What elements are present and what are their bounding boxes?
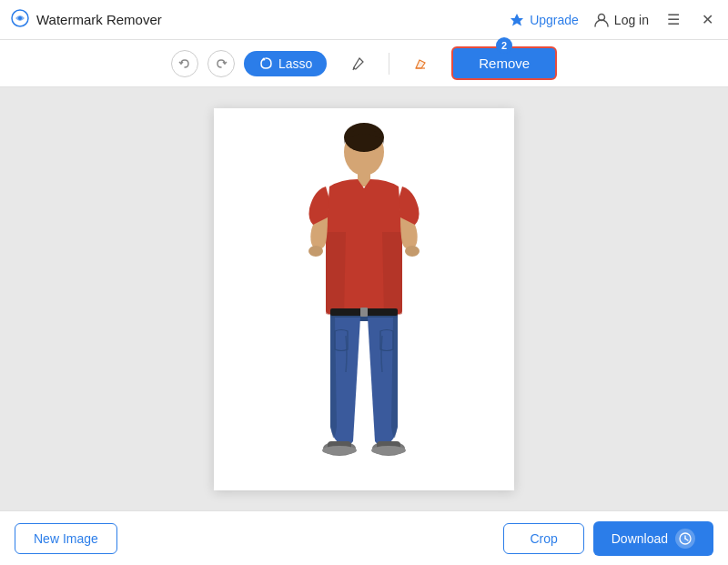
undo-button[interactable] (171, 50, 198, 77)
title-right: Upgrade Log in ☰ ✕ (509, 9, 717, 30)
app-icon (11, 9, 29, 31)
close-button[interactable]: ✕ (698, 9, 717, 30)
svg-point-10 (308, 246, 323, 257)
download-button[interactable]: Download (593, 521, 713, 556)
bottom-right-actions: Crop Download (503, 521, 713, 556)
svg-point-19 (322, 446, 357, 455)
title-bar: Watermark Remover Upgrade Log in ☰ ✕ (0, 0, 728, 40)
eraser-icon (413, 56, 428, 71)
toolbar-divider (389, 53, 389, 75)
svg-point-20 (371, 446, 406, 455)
svg-point-11 (405, 246, 420, 257)
upgrade-icon (509, 12, 525, 28)
redo-icon (215, 57, 228, 70)
svg-line-4 (353, 67, 354, 70)
image-canvas (214, 108, 514, 490)
lasso-tool-button[interactable]: Lasso (244, 51, 327, 76)
svg-rect-14 (360, 308, 368, 317)
svg-line-23 (685, 539, 688, 540)
menu-button[interactable]: ☰ (663, 9, 683, 30)
person-svg (264, 117, 464, 481)
toolbar: Lasso 2 Remove (0, 40, 728, 87)
clock-icon (679, 532, 692, 545)
redo-button[interactable] (207, 50, 235, 77)
brush-tool-button[interactable] (336, 51, 379, 76)
title-left: Watermark Remover (11, 9, 162, 31)
svg-point-3 (262, 57, 265, 60)
crop-button[interactable]: Crop (503, 523, 583, 554)
brush-icon (350, 56, 365, 71)
login-button[interactable]: Log in (593, 12, 649, 28)
new-image-button[interactable]: New Image (15, 523, 117, 554)
app-title: Watermark Remover (36, 12, 162, 27)
upgrade-button[interactable]: Upgrade (509, 12, 579, 28)
badge-count: 2 (496, 37, 512, 54)
download-clock-icon (675, 529, 695, 549)
main-content (0, 87, 728, 510)
undo-icon (178, 57, 191, 70)
eraser-tool-button[interactable] (399, 51, 442, 76)
user-icon (593, 12, 610, 28)
bottom-bar: New Image Crop Download (0, 510, 728, 565)
svg-point-1 (18, 16, 22, 20)
remove-button-container: 2 Remove (451, 46, 557, 80)
lasso-icon (258, 56, 273, 71)
